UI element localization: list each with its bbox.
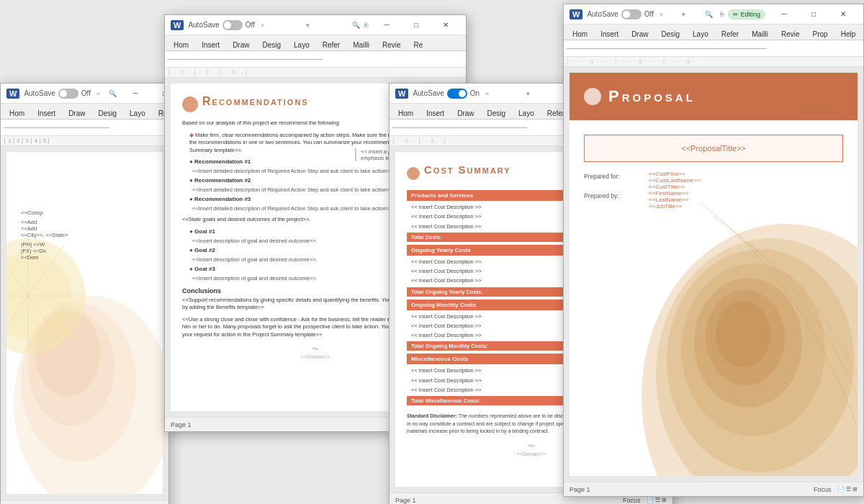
prepared-section: Prepared for: <<CustFirst>> <<CustLastNa… [584, 171, 843, 210]
tab-home[interactable]: Hom [4, 108, 30, 119]
maximize-btn-rec[interactable]: □ [402, 15, 431, 35]
window-controls-proposal: ─ □ ✕ [770, 4, 858, 24]
search-icon[interactable]: 🔍 [109, 90, 117, 97]
more-options-icon-cost[interactable]: » [485, 90, 489, 97]
tab-insert-cost[interactable]: Insert [420, 108, 450, 119]
window-controls-rec: ─ □ ✕ [372, 15, 460, 35]
more-options-icon-rec[interactable]: » [261, 22, 264, 29]
tab-design-cost[interactable]: Desig [481, 108, 511, 119]
tab-layout[interactable]: Layo [124, 108, 151, 119]
titlebar-proposal: W AutoSave Off » ▾ 🔍 ⎘ ✏ Editing ─ □ ✕ [564, 4, 863, 24]
word-logo-rec: W [171, 20, 184, 30]
proposal-title-box: <<ProposalTitle>> [584, 135, 843, 162]
prepared-for-name: <<CustFirst>> <<CustLastName>> [649, 171, 728, 184]
title-center-cost: ▾ [526, 90, 530, 97]
phone-line: (PH) <<W [21, 241, 148, 248]
proposal-logo [584, 88, 601, 105]
tab-review-prop[interactable]: Revie [775, 29, 806, 40]
maximize-btn-proposal[interactable]: □ [799, 4, 828, 24]
prepared-table: Prepared for: <<CustFirst>> <<CustLastNa… [584, 171, 728, 210]
doc-page-contact: <<Comp <<Add <<Add <<City>>, <<State> (P… [6, 152, 163, 494]
tab-mail-rec[interactable]: Mailli [347, 40, 375, 50]
prepared-by-label: Prepared by: [584, 190, 649, 210]
tab-draw[interactable]: Draw [63, 108, 91, 119]
titlebar-rec: W AutoSave Off » ▾ 🔍 ⎘ ─ □ ✕ [165, 15, 466, 35]
prepared-for-values: <<CustFirst>> <<CustLastName>> <<CustTit… [649, 171, 728, 190]
search-icon-rec[interactable]: 🔍 [352, 22, 360, 29]
tab-re-rec[interactable]: Re [408, 40, 429, 50]
tab-design[interactable]: Desig [92, 108, 122, 119]
contact-content: <<Comp <<Add <<Add <<City>>, <<State> (P… [18, 163, 151, 264]
autosave-toggle-cost[interactable] [447, 89, 467, 99]
autosave-proposal: AutoSave Off [587, 9, 654, 19]
ribbon-tabs-rec: Hom Insert Draw Desig Layo Refer Mailli … [165, 35, 466, 51]
page-indicator-cost: Page 1 [395, 497, 416, 504]
window-proposal: W AutoSave Off » ▾ 🔍 ⎘ ✏ Editing ─ □ ✕ H… [563, 4, 864, 497]
tab-draw-prop[interactable]: Draw [626, 29, 654, 40]
autosave-rec: AutoSave Off [188, 20, 255, 30]
word-logo: W [6, 89, 19, 99]
share-icon-proposal[interactable]: ⎘ [720, 11, 724, 18]
close-btn-rec[interactable]: ✕ [431, 15, 460, 35]
autosave-toggle-rec[interactable] [222, 20, 243, 30]
search-icon-proposal[interactable]: 🔍 [705, 11, 713, 18]
tab-insert[interactable]: Insert [32, 108, 61, 119]
tab-mail-prop[interactable]: Mailli [746, 29, 774, 40]
tab-design-prop[interactable]: Desig [655, 29, 685, 40]
page-indicator-rec: Page 1 [171, 421, 192, 428]
close-btn-proposal[interactable]: ✕ [829, 4, 858, 24]
tab-draw-rec[interactable]: Draw [227, 40, 255, 50]
domain-line: <<Dom [21, 254, 148, 261]
tab-home-prop[interactable]: Hom [567, 29, 593, 40]
prepared-by-row: Prepared by: <<FirstName>> <<LastName>> … [584, 190, 728, 210]
focus-label-proposal: Focus [814, 486, 832, 493]
tab-refer-prop[interactable]: Refer [716, 29, 744, 40]
address-line1: <<Add [21, 219, 148, 225]
more-options-icon-proposal[interactable]: » [660, 11, 663, 18]
proposal-heading: Proposal [608, 87, 696, 106]
tab-home-rec[interactable]: Hom [168, 40, 194, 50]
window-contact: W AutoSave Off » 🔍 ─ □ ✕ Hom Insert Draw… [0, 83, 169, 504]
minimize-btn-proposal[interactable]: ─ [770, 4, 798, 24]
minimize-btn-rec[interactable]: ─ [372, 15, 401, 35]
autosave-toggle-proposal[interactable] [621, 9, 642, 19]
tab-review-rec[interactable]: Revie [377, 40, 407, 50]
tab-home-cost[interactable]: Hom [392, 108, 419, 119]
word-logo-cost: W [395, 89, 408, 99]
ribbon-toolbar-proposal: ────────────────────────────────────────… [564, 40, 863, 56]
tab-design-rec[interactable]: Desig [256, 40, 287, 50]
prepared-by-values: <<FirstName>> <<LastName>> <<JobTitle>> [649, 190, 728, 210]
share-icon-rec[interactable]: ⎘ [364, 22, 368, 29]
cost-logo [407, 167, 420, 180]
tab-layout-prop[interactable]: Layo [687, 29, 714, 40]
focus-label-cost: Focus [623, 497, 641, 504]
cost-heading: Cost Summary [424, 163, 511, 176]
tab-layout-rec[interactable]: Layo [288, 40, 315, 50]
proposal-title-text: <<ProposalTitle>> [593, 144, 834, 153]
address-line3: <<City>>, <<State> [21, 232, 148, 238]
tab-help-prop[interactable]: Help [835, 29, 862, 40]
prepared-by-name: <<FirstName>> <<LastName>> [649, 190, 728, 203]
tab-layout-cost[interactable]: Layo [513, 108, 540, 119]
toolbar-items: ────────────────────────── [4, 125, 109, 131]
tab-prop-prop[interactable]: Prop [807, 29, 834, 40]
more-options-icon[interactable]: » [96, 90, 100, 97]
tab-refer-rec[interactable]: Refer [317, 40, 346, 50]
doc-page-proposal: Proposal <<CurrentDate>> <<ProposalTitle… [570, 73, 858, 476]
tab-insert-prop[interactable]: Insert [595, 29, 624, 40]
fax-line: (FX) <<Do [21, 248, 148, 254]
doc-content-contact: <<Comp <<Add <<Add <<City>>, <<State> (P… [1, 146, 168, 500]
autosave-cost: AutoSave On [413, 89, 480, 99]
ribbon-toolbar-contact: ────────────────────────── [1, 120, 168, 135]
title-center-proposal: ▾ [682, 11, 685, 18]
ribbon-rec: Hom Insert Draw Desig Layo Refer Mailli … [165, 35, 466, 68]
ribbon-toolbar-rec: ────────────────────────────────────── [165, 51, 466, 67]
tab-draw-cost[interactable]: Draw [451, 108, 480, 119]
status-bar-contact: Page 1 Focus 📄 ☰ ⊞ [1, 500, 168, 504]
autosave-toggle[interactable] [58, 89, 78, 99]
view-icons-proposal: 📄 ☰ ⊞ [837, 486, 858, 492]
editing-badge: ✏ Editing [728, 9, 765, 19]
tab-insert-rec[interactable]: Insert [196, 40, 225, 50]
minimize-button[interactable]: ─ [121, 84, 150, 104]
proposal-content: Proposal <<CurrentDate>> <<ProposalTitle… [570, 73, 858, 210]
